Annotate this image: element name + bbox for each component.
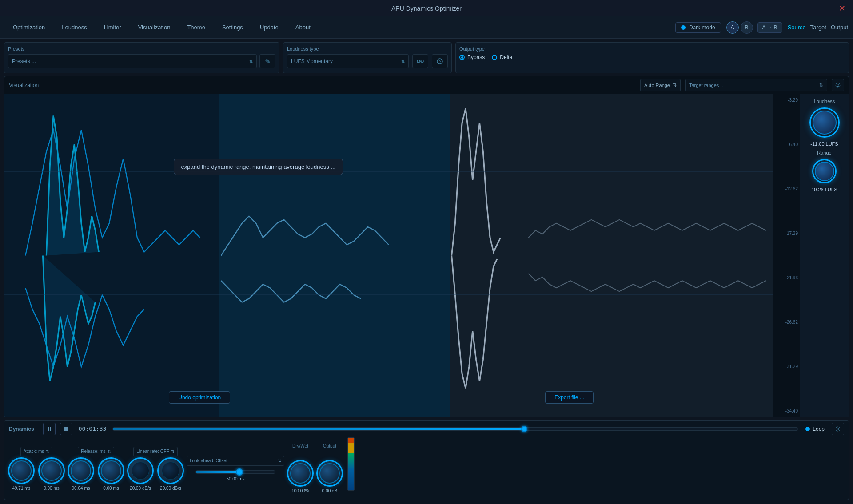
- lookahead-thumb: [236, 468, 243, 476]
- export-file-button[interactable]: Export file ...: [545, 391, 594, 404]
- vu-meter: [347, 437, 355, 491]
- linear1-knob[interactable]: [127, 457, 154, 484]
- pause-button[interactable]: [43, 423, 56, 435]
- lookahead-value: 50.00 ms: [226, 476, 244, 481]
- menu-settings[interactable]: Settings: [214, 21, 251, 33]
- loudness-type-panel: Loudness type LUFS Momentary ⇅: [283, 42, 452, 73]
- db-label-2: -12.62: [775, 187, 798, 191]
- attack2-col: 0.00 ms: [38, 457, 65, 491]
- svg-point-8: [837, 428, 839, 430]
- menu-visualization[interactable]: Visualization: [130, 21, 179, 33]
- lookahead-select[interactable]: Look-ahead: Offset ⇅: [187, 456, 284, 466]
- lookahead-fill: [196, 471, 239, 473]
- menu-loudness[interactable]: Loudness: [54, 21, 95, 33]
- linear-rate-arrows: ⇅: [171, 449, 175, 454]
- dark-mode-indicator: [681, 25, 686, 30]
- dark-mode-toggle[interactable]: Dark mode: [675, 22, 721, 33]
- loudness-link-button[interactable]: [412, 54, 428, 68]
- presets-panel: Presets Presets ... ⇅ ✎: [4, 42, 279, 73]
- dry-wet-knob[interactable]: [287, 460, 314, 487]
- dynamics-settings-button[interactable]: [832, 423, 844, 435]
- menu-optimization[interactable]: Optimization: [5, 21, 53, 33]
- db-label-6: -31.29: [775, 364, 798, 369]
- undo-optimization-button[interactable]: Undo optimization: [169, 391, 230, 404]
- linear-rate-select[interactable]: Linear rate: OFF ⇅: [133, 447, 177, 456]
- viz-settings-button[interactable]: [832, 79, 844, 91]
- waveform-area: expand the dynamic range, maintaining av…: [4, 94, 773, 417]
- menu-limiter[interactable]: Limiter: [96, 21, 129, 33]
- menu-theme[interactable]: Theme: [179, 21, 213, 33]
- release-select[interactable]: Release: ms ⇅: [78, 447, 114, 456]
- loudness-knob[interactable]: [809, 107, 840, 138]
- db-label-1: -6.40: [775, 142, 798, 147]
- attack-select[interactable]: Attack: ms ⇅: [20, 447, 53, 456]
- ab-button-b[interactable]: B: [741, 21, 753, 34]
- output-options: Bypass Delta: [459, 54, 845, 60]
- menu-about[interactable]: About: [287, 21, 319, 33]
- attack1-knob[interactable]: [8, 457, 35, 484]
- svg-point-4: [837, 84, 839, 86]
- release2-knob[interactable]: [98, 457, 124, 484]
- preset-edit-button[interactable]: ✎: [259, 54, 275, 68]
- auto-range-label: Auto Range: [644, 83, 670, 88]
- delta-radio: [492, 55, 497, 60]
- gear-icon: [835, 82, 841, 88]
- bypass-option[interactable]: Bypass: [459, 54, 485, 60]
- meter-high: [348, 443, 354, 454]
- attack-arrows: ⇅: [46, 449, 49, 454]
- attack1-value: 49.71 ms: [12, 486, 30, 491]
- release2-col: 0.00 ms: [98, 457, 124, 491]
- close-button[interactable]: ✕: [839, 4, 845, 12]
- loudness-ctrl-value: -11.00 LUFS: [810, 141, 838, 147]
- output-dyn-label: Output: [323, 444, 336, 448]
- auto-range-select[interactable]: Auto Range ⇅: [640, 79, 681, 91]
- dynamics-body: Attack: ms ⇅ 49.71 ms 0.00 ms: [4, 437, 849, 500]
- db-label-5: -26.62: [775, 320, 798, 325]
- meter-mid: [348, 453, 354, 469]
- attack1-col: 49.71 ms: [8, 457, 35, 491]
- target-button[interactable]: Target: [810, 24, 826, 31]
- preset-select[interactable]: Presets ... ⇅: [8, 54, 257, 68]
- stop-button[interactable]: [60, 423, 72, 435]
- release1-knob[interactable]: [68, 457, 94, 484]
- range-knob[interactable]: [812, 159, 837, 183]
- loudness-timer-button[interactable]: [432, 54, 448, 68]
- linear2-knob[interactable]: [157, 457, 184, 484]
- release2-value: 0.00 ms: [103, 486, 119, 491]
- target-ranges-select[interactable]: Target ranges .. ⇅: [685, 79, 827, 91]
- dry-wet-section: Dry/Wet 100.00%: [287, 444, 314, 493]
- dark-mode-label: Dark mode: [689, 24, 715, 31]
- loop-toggle[interactable]: Loop: [805, 426, 825, 432]
- link-icon: [417, 59, 424, 64]
- time-display: 00:01:33: [79, 425, 107, 432]
- release1-value: 90.64 ms: [72, 486, 90, 491]
- ab-transfer-button[interactable]: A → B: [757, 22, 782, 33]
- output-section: Output 0.00 dB: [316, 444, 343, 493]
- loudness-select[interactable]: LUFS Momentary ⇅: [287, 54, 409, 68]
- export-button-container: Export file ...: [404, 391, 735, 404]
- ab-button-a[interactable]: A: [726, 21, 739, 34]
- delta-option[interactable]: Delta: [492, 54, 512, 60]
- output-type-label: Output type: [459, 46, 845, 52]
- progress-bar[interactable]: [112, 427, 798, 431]
- attack2-knob[interactable]: [38, 457, 65, 484]
- dynamics-gear-icon: [835, 426, 841, 432]
- dry-wet-value: 100.00%: [291, 488, 309, 493]
- timer-icon: [437, 58, 443, 64]
- linear-rate-label: Linear rate: OFF: [136, 449, 169, 454]
- preset-value: Presets ...: [12, 58, 36, 64]
- source-button[interactable]: Source: [788, 24, 806, 31]
- menu-update[interactable]: Update: [252, 21, 287, 33]
- output-value: 0.00 dB: [322, 488, 337, 493]
- output-knob[interactable]: [316, 460, 343, 487]
- svg-rect-7: [64, 427, 68, 431]
- output-type-panel: Output type Bypass Delta: [455, 42, 849, 73]
- db-label-7: -34.40: [775, 409, 798, 413]
- target-ranges-label: Target ranges ..: [689, 83, 723, 88]
- lookahead-slider[interactable]: [195, 470, 275, 474]
- attack-label: Attack: ms: [24, 449, 44, 454]
- presets-label: Presets: [8, 46, 275, 52]
- db-label-4: -21.96: [775, 275, 798, 280]
- range-ctrl-value: 10.26 LUFS: [811, 187, 837, 192]
- output-button[interactable]: Output: [831, 24, 848, 31]
